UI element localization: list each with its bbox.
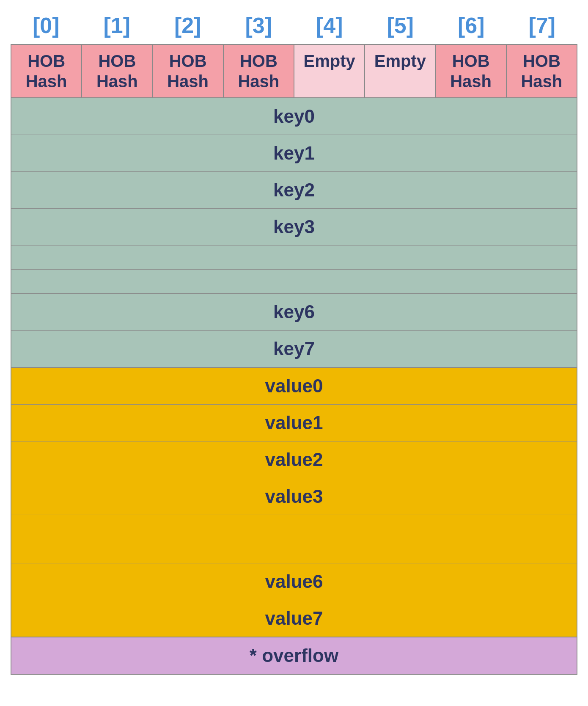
value-row-5 [11, 539, 577, 563]
index-cell-1: [1] [82, 8, 153, 42]
value-row-2: value2 [11, 441, 577, 478]
key-row-0: key0 [11, 98, 577, 135]
value-row-0: value0 [11, 368, 577, 405]
value-row-3: value3 [11, 478, 577, 515]
index-row: [0] [1] [2] [3] [4] [5] [6] [7] [11, 8, 577, 42]
value-row-6: value6 [11, 563, 577, 600]
header-cell-2: HOBHash [153, 45, 224, 97]
key-row-1: key1 [11, 135, 577, 172]
key-row-4 [11, 245, 577, 270]
header-cell-6: HOBHash [436, 45, 507, 97]
index-cell-4: [4] [294, 8, 365, 42]
header-cell-7: HOBHash [507, 45, 577, 97]
header-row: HOBHash HOBHash HOBHash HOBHash Empty Em… [11, 44, 577, 98]
header-cell-3: HOBHash [224, 45, 294, 97]
header-cell-0: HOBHash [11, 45, 82, 97]
key-section: key0 key1 key2 key3 key6 key7 [11, 98, 577, 368]
key-row-3: key3 [11, 209, 577, 245]
key-row-2: key2 [11, 172, 577, 209]
value-section: value0 value1 value2 value3 value6 value… [11, 368, 577, 637]
header-cell-1: HOBHash [82, 45, 153, 97]
index-cell-2: [2] [152, 8, 223, 42]
index-cell-5: [5] [365, 8, 436, 42]
key-row-6: key6 [11, 294, 577, 331]
value-row-1: value1 [11, 405, 577, 441]
main-container: [0] [1] [2] [3] [4] [5] [6] [7] HOBHash … [11, 8, 577, 675]
index-cell-3: [3] [223, 8, 294, 42]
value-row-7: value7 [11, 600, 577, 637]
overflow-row: * overflow [11, 637, 577, 674]
value-row-4 [11, 515, 577, 539]
header-cell-4: Empty [294, 45, 365, 97]
index-cell-7: [7] [507, 8, 578, 42]
overflow-section: * overflow [11, 637, 577, 675]
header-cell-5: Empty [365, 45, 436, 97]
key-row-7: key7 [11, 331, 577, 367]
key-row-5 [11, 270, 577, 294]
index-cell-0: [0] [11, 8, 82, 42]
index-cell-6: [6] [436, 8, 507, 42]
